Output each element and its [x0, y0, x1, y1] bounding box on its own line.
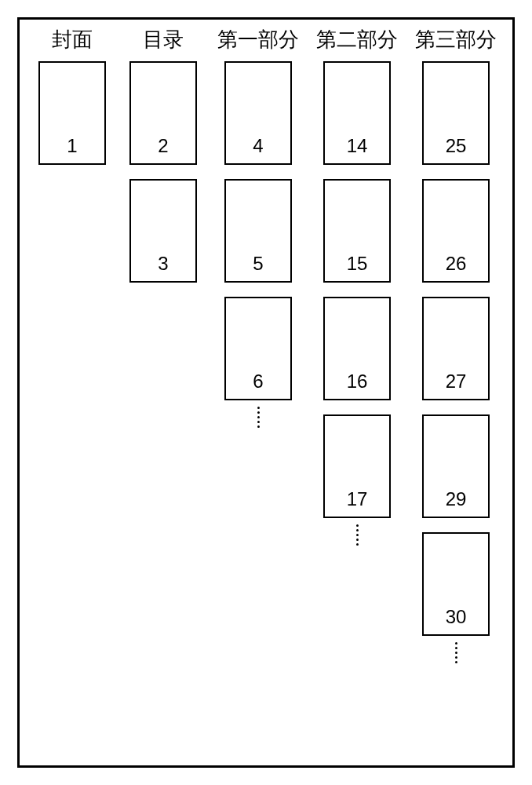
page-number: 15	[347, 253, 368, 275]
page-number: 25	[446, 135, 467, 157]
page-thumbnail: 2	[129, 61, 197, 165]
page-thumbnail: 5	[224, 179, 292, 283]
page-thumbnail: 6	[224, 297, 292, 400]
column-header: 封面	[52, 26, 93, 53]
page-thumbnail: 29	[422, 414, 490, 518]
column-header: 第一部分	[217, 26, 299, 53]
vertical-ellipsis-icon	[455, 642, 457, 663]
column-header: 第三部分	[415, 26, 497, 53]
column-4: 第三部分2526272930	[415, 26, 497, 670]
page-thumbnail: 17	[323, 414, 391, 518]
columns-container: 封面1目录23第一部分456第二部分14151617第三部分2526272930	[20, 20, 512, 670]
page-number: 30	[446, 606, 467, 628]
page-thumbnail: 16	[323, 297, 391, 400]
page-number: 5	[253, 253, 263, 275]
page-thumbnail: 25	[422, 61, 490, 165]
page-number: 16	[347, 371, 368, 392]
page-number: 14	[347, 135, 368, 157]
column-header: 第二部分	[316, 26, 398, 53]
column-header: 目录	[143, 26, 184, 53]
page-number: 2	[158, 135, 168, 157]
page-number: 6	[253, 371, 263, 392]
page-number: 29	[446, 488, 467, 510]
page-thumbnail: 15	[323, 179, 391, 283]
page-thumbnail: 14	[323, 61, 391, 165]
vertical-ellipsis-icon	[257, 407, 260, 428]
page-thumbnail: 30	[422, 532, 490, 636]
column-0: 封面1	[35, 26, 109, 670]
page-thumbnail: 3	[129, 179, 197, 283]
page-number: 1	[67, 135, 77, 157]
page-number: 17	[347, 488, 368, 510]
page-thumbnail: 4	[224, 61, 292, 165]
column-1: 目录23	[126, 26, 200, 670]
page-number: 3	[158, 253, 168, 275]
page-number: 27	[446, 371, 467, 392]
page-number: 4	[253, 135, 263, 157]
column-2: 第一部分456	[217, 26, 299, 670]
column-3: 第二部分14151617	[316, 26, 398, 670]
vertical-ellipsis-icon	[356, 524, 359, 546]
page-number: 26	[446, 253, 467, 275]
page-thumbnail: 27	[422, 297, 490, 400]
page-thumbnail: 1	[38, 61, 106, 165]
page-thumbnail: 26	[422, 179, 490, 283]
diagram-frame: 封面1目录23第一部分456第二部分14151617第三部分2526272930	[17, 17, 515, 768]
